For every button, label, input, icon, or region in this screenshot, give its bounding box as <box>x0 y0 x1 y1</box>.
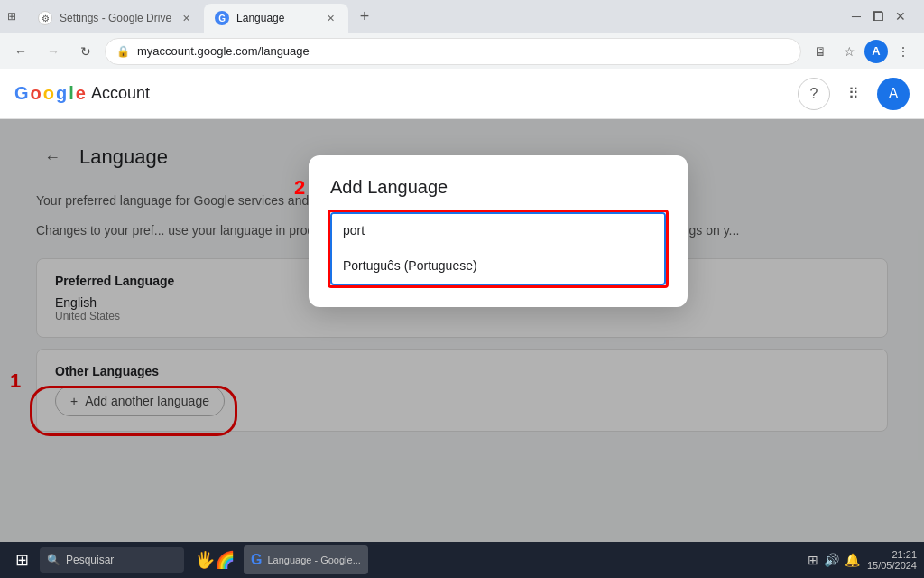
reload-button[interactable]: ↻ <box>72 38 99 65</box>
tab-language-icon: G <box>215 11 229 25</box>
chrome-icon: G <box>251 552 262 568</box>
taskbar-volume-icon: 🔊 <box>824 553 839 567</box>
toolbar: ← → ↻ 🔒 myaccount.google.com/language 🖥 … <box>0 33 924 69</box>
apps-button[interactable]: ⠿ <box>837 78 870 110</box>
browser-window: ⊞ ⚙ Settings - Google Drive ✕ G Language… <box>0 0 924 578</box>
taskbar-time: 21:21 <box>867 549 917 560</box>
toolbar-right: 🖥 ☆ A ⋮ <box>807 38 917 65</box>
language-search-input[interactable] <box>332 214 664 247</box>
bookmark-button[interactable]: ☆ <box>836 38 863 65</box>
modal-title: Add Language <box>330 177 666 198</box>
taskbar-chrome-item[interactable]: G Language - Google... <box>244 545 368 574</box>
address-bar[interactable]: 🔒 myaccount.google.com/language <box>105 38 801 65</box>
google-account-logo: Google Account <box>14 83 150 104</box>
tab-settings-icon: ⚙ <box>38 11 52 25</box>
lock-icon: 🔒 <box>116 45 130 58</box>
tab-settings-close[interactable]: ✕ <box>179 11 193 25</box>
minimize-button[interactable]: ─ <box>852 9 861 23</box>
taskbar-colorful-icon: 🖐🌈 <box>188 545 242 574</box>
start-button[interactable]: ⊞ <box>7 545 36 574</box>
back-button[interactable]: ← <box>7 38 34 65</box>
page-header: Google Account ? ⠿ A <box>0 69 924 119</box>
taskbar-search-placeholder: Pesquisar <box>66 554 114 566</box>
taskbar-clock: 21:21 15/05/2024 <box>867 549 917 571</box>
windows-icon: ⊞ <box>7 10 16 23</box>
tab-bar: ⚙ Settings - Google Drive ✕ G Language ✕… <box>23 0 837 33</box>
tab-language-close[interactable]: ✕ <box>323 11 337 25</box>
taskbar-date: 15/05/2024 <box>867 560 917 571</box>
add-language-modal-overlay: Add Language Português (Portuguese) 2 <box>0 119 924 578</box>
help-button[interactable]: ? <box>798 78 830 110</box>
taskbar-network-icon: ⊞ <box>808 553 818 567</box>
maximize-button[interactable]: ⧠ <box>872 9 884 23</box>
modal-search-container: Português (Portuguese) 2 <box>330 212 666 285</box>
title-bar: ⊞ ⚙ Settings - Google Drive ✕ G Language… <box>0 0 924 33</box>
address-text: myaccount.google.com/language <box>137 44 790 58</box>
taskbar-sys-icons: ⊞ 🔊 🔔 <box>808 553 860 567</box>
tab-language-title: Language <box>236 12 284 24</box>
header-right: ? ⠿ A <box>798 78 910 110</box>
profile-button[interactable]: A <box>864 40 888 63</box>
new-tab-button[interactable]: + <box>352 4 377 29</box>
tab-settings-title: Settings - Google Drive <box>60 12 171 24</box>
language-result-item[interactable]: Português (Portuguese) <box>332 247 664 284</box>
main-content: ← Language Your preferred language for G… <box>0 119 924 578</box>
forward-button[interactable]: → <box>40 38 67 65</box>
taskbar-chrome-label: Language - Google... <box>267 555 360 565</box>
menu-button[interactable]: ⋮ <box>890 38 917 65</box>
search-icon: 🔍 <box>47 554 60 566</box>
taskbar-battery-icon: 🔔 <box>845 553 860 567</box>
taskbar-right: ⊞ 🔊 🔔 21:21 15/05/2024 <box>808 549 917 571</box>
tab-language[interactable]: G Language ✕ <box>204 4 348 33</box>
taskbar-items: 🖐🌈 G Language - Google... <box>188 545 804 574</box>
cast-button[interactable]: 🖥 <box>807 38 834 65</box>
taskbar: ⊞ 🔍 Pesquisar 🖐🌈 G Language - Google... … <box>0 542 924 578</box>
account-avatar[interactable]: A <box>877 78 910 110</box>
taskbar-search[interactable]: 🔍 Pesquisar <box>40 547 184 573</box>
annotation-label-2: 2 <box>294 176 305 200</box>
add-language-modal: Add Language Português (Portuguese) 2 <box>309 155 688 307</box>
language-result-label: Português (Portuguese) <box>343 258 477 273</box>
tab-settings[interactable]: ⚙ Settings - Google Drive ✕ <box>27 4 204 33</box>
close-button[interactable]: ✕ <box>895 9 906 23</box>
modal-search-box: Português (Portuguese) <box>330 212 666 285</box>
